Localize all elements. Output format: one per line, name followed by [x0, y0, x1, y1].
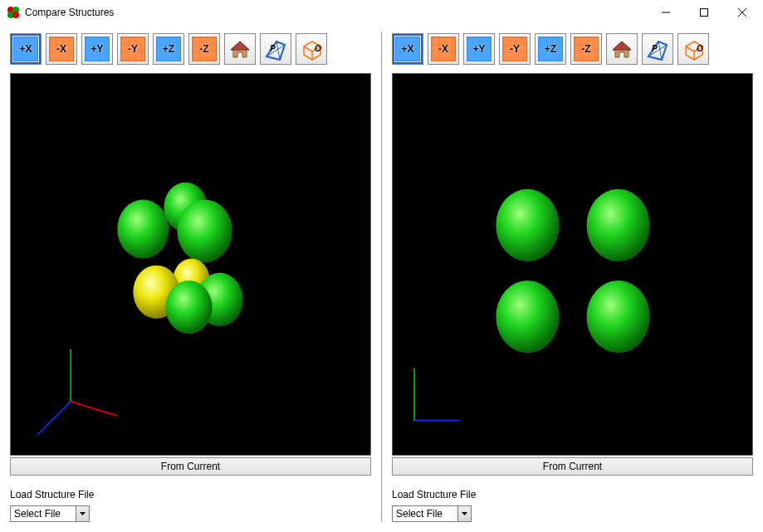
content: +X-X+Y-Y+Z-ZPO From Current Load Structu…: [0, 25, 763, 532]
viewport-right[interactable]: [392, 73, 753, 456]
window-controls: [647, 1, 761, 24]
chevron-down-icon: [457, 506, 471, 521]
svg-line-27: [658, 41, 662, 60]
view-plus-x-button[interactable]: +X: [10, 33, 42, 65]
atom-sphere[interactable]: [587, 189, 650, 261]
view-minus-x-button[interactable]: -X: [46, 33, 77, 65]
close-button[interactable]: [723, 1, 761, 24]
view-minus-y-button[interactable]: -Y: [499, 33, 531, 65]
atom-sphere[interactable]: [496, 189, 559, 261]
select-file-combo-left[interactable]: Select File: [10, 505, 90, 522]
toolbar-right: +X-X+Y-Y+Z-ZPO: [392, 33, 753, 65]
view-minus-x-button[interactable]: -X: [428, 33, 459, 65]
view-plus-z-button[interactable]: +Z: [153, 33, 184, 65]
from-current-label: From Current: [543, 461, 602, 472]
atom-sphere[interactable]: [117, 199, 169, 258]
atom-sphere[interactable]: [177, 199, 232, 262]
panel-right: +X-X+Y-Y+Z-ZPO From Current Load Structu…: [382, 25, 763, 532]
panel-left: +X-X+Y-Y+Z-ZPO From Current Load Structu…: [0, 25, 381, 532]
svg-marker-22: [80, 512, 86, 515]
from-current-button-right[interactable]: From Current: [392, 457, 753, 476]
view-perspective-button[interactable]: P: [642, 33, 673, 65]
view-minus-z-button[interactable]: -Z: [188, 33, 220, 65]
view-home-button[interactable]: [224, 33, 256, 65]
combo-value: Select File: [14, 508, 61, 520]
chevron-down-icon: [76, 506, 89, 521]
atom-sphere[interactable]: [587, 281, 650, 353]
svg-line-30: [686, 46, 694, 51]
svg-marker-9: [231, 41, 249, 50]
toolbar-left: +X-X+Y-Y+Z-ZPO: [10, 33, 371, 65]
svg-rect-5: [701, 9, 708, 17]
svg-line-15: [304, 46, 312, 51]
svg-text:O: O: [315, 44, 321, 53]
from-current-label: From Current: [161, 461, 220, 472]
svg-line-21: [37, 402, 71, 435]
view-minus-z-button[interactable]: -Z: [570, 33, 602, 65]
atom-sphere[interactable]: [165, 281, 212, 334]
svg-marker-24: [613, 41, 631, 50]
view-plus-z-button[interactable]: +Z: [535, 33, 566, 65]
svg-text:O: O: [697, 44, 703, 53]
svg-point-3: [12, 12, 19, 18]
titlebar: Compare Structures: [0, 0, 763, 25]
load-structure-label-left: Load Structure File: [10, 489, 371, 500]
view-ortho-button[interactable]: O: [296, 33, 327, 65]
atom-sphere[interactable]: [496, 281, 559, 353]
minimize-button[interactable]: [647, 1, 685, 24]
combo-value: Select File: [396, 508, 443, 520]
app-logo-icon: [7, 6, 20, 19]
load-structure-label-right: Load Structure File: [392, 489, 753, 500]
view-minus-y-button[interactable]: -Y: [117, 33, 149, 65]
from-current-button-left[interactable]: From Current: [10, 457, 371, 476]
view-perspective-button[interactable]: P: [260, 33, 291, 65]
svg-text:P: P: [270, 44, 276, 53]
view-plus-y-button[interactable]: +Y: [463, 33, 495, 65]
viewport-left[interactable]: [10, 73, 371, 456]
view-ortho-button[interactable]: O: [677, 33, 709, 65]
view-home-button[interactable]: [606, 33, 638, 65]
svg-line-19: [71, 402, 116, 416]
window-title: Compare Structures: [25, 7, 647, 18]
select-file-combo-right[interactable]: Select File: [392, 505, 472, 522]
svg-line-12: [276, 41, 280, 60]
svg-text:P: P: [652, 44, 658, 53]
svg-marker-36: [462, 512, 467, 515]
view-plus-x-button[interactable]: +X: [392, 33, 423, 65]
maximize-button[interactable]: [685, 1, 723, 24]
view-plus-y-button[interactable]: +Y: [81, 33, 113, 65]
